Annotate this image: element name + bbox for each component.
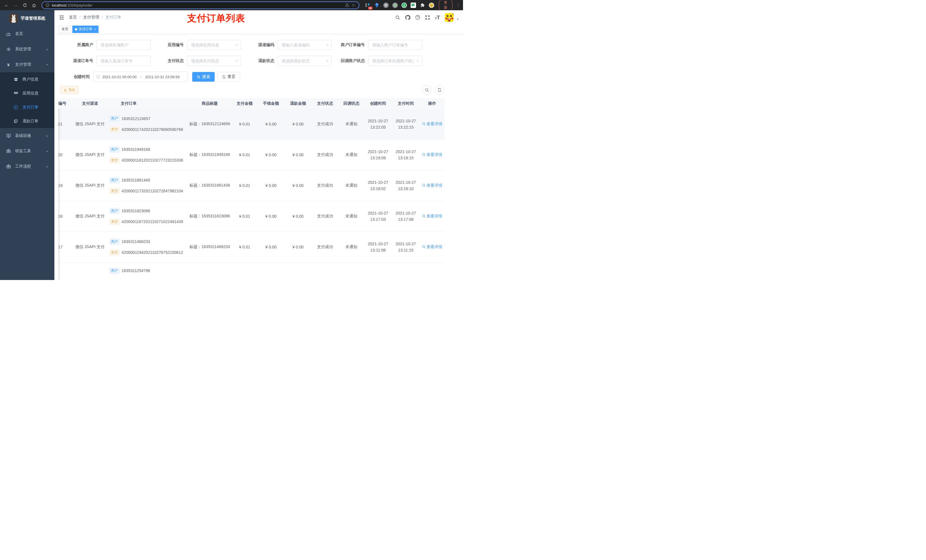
filter-notify-status: 回调商户状态 bbox=[332, 56, 422, 66]
fullscreen-icon[interactable] bbox=[425, 15, 430, 20]
search-button[interactable]: 搜索 bbox=[192, 72, 215, 82]
merchant-order-no-input[interactable] bbox=[368, 40, 422, 50]
table-toolbar: 导出 bbox=[60, 85, 463, 95]
pay-status-select[interactable] bbox=[188, 56, 241, 66]
url-bar[interactable]: localhost:1024/pay/order ☆ bbox=[42, 2, 359, 9]
tag-close-icon[interactable]: × bbox=[94, 27, 96, 31]
sidebar-item-home[interactable]: 首页 bbox=[0, 26, 54, 42]
breadcrumb-payment[interactable]: 支付管理 bbox=[83, 15, 99, 20]
breadcrumb-home[interactable]: 首页 bbox=[69, 15, 77, 20]
extension-y-icon[interactable]: y bbox=[401, 3, 407, 8]
site-info-icon[interactable] bbox=[45, 3, 50, 7]
sidebar-item-label: 商户信息 bbox=[23, 77, 38, 82]
app-logo[interactable]: 芋道管理系统 bbox=[0, 10, 54, 26]
date-range-picker[interactable]: 2021-10-01 00:00:00 - 2021-10-31 23:59:5… bbox=[93, 72, 188, 82]
sidebar-item-infra[interactable]: 基础设施 bbox=[0, 128, 54, 143]
table-row: 19 微信 JSAPI 支付 商户1635311881440 支付4200001… bbox=[58, 170, 445, 201]
merchant-no-tag: 商户 bbox=[109, 239, 120, 245]
sidebar-item-label: 系统管理 bbox=[15, 47, 31, 52]
browser-reload-button[interactable] bbox=[21, 2, 29, 9]
clock-icon bbox=[96, 75, 100, 79]
extension-emoji-icon[interactable] bbox=[429, 3, 434, 8]
merchant-select[interactable] bbox=[97, 40, 150, 50]
breadcrumb: 首页 / 支付管理 / 支付订单 bbox=[69, 15, 121, 20]
sidebar-item-pay-order[interactable]: ¥ 支付订单 bbox=[0, 100, 54, 114]
refund-status-select[interactable] bbox=[278, 56, 331, 66]
pay-status: 支付成功 bbox=[312, 170, 339, 201]
bookmark-star-icon[interactable]: ☆ bbox=[351, 3, 355, 8]
table-row: 20 微信 JSAPI 支付 商户1635311949168 支付4200001… bbox=[58, 139, 445, 170]
share-icon[interactable] bbox=[345, 3, 349, 7]
view-detail-link[interactable]: 查看详情 bbox=[422, 245, 442, 249]
chevron-down-icon bbox=[45, 150, 49, 153]
browser-home-button[interactable] bbox=[30, 2, 38, 9]
tag-pay-order[interactable]: 支付订单 × bbox=[72, 26, 98, 33]
sidebar-item-refund-order[interactable]: 退款订单 bbox=[0, 114, 54, 128]
toggle-search-button[interactable] bbox=[422, 85, 432, 95]
sidebar-item-merchant-info[interactable]: 商户信息 bbox=[0, 72, 54, 86]
breadcrumb-current: 支付订单 bbox=[105, 15, 121, 20]
merchant-no-tag: 商户 bbox=[109, 268, 120, 274]
chevron-up-icon bbox=[45, 63, 49, 66]
user-avatar[interactable] bbox=[445, 13, 454, 22]
help-icon[interactable] bbox=[415, 15, 420, 20]
chevron-down-icon bbox=[416, 59, 419, 63]
header-search-icon[interactable] bbox=[395, 15, 400, 20]
filter-label: 所属商户 bbox=[60, 42, 97, 48]
refund-doc-icon bbox=[14, 119, 18, 123]
channel-order-no-input[interactable] bbox=[97, 56, 150, 66]
notify-status: 未通知 bbox=[339, 201, 364, 232]
pay-no-tag: 支付 bbox=[109, 157, 120, 163]
extension-command-icon[interactable]: ⌘ bbox=[383, 3, 389, 8]
sidebar-collapse-icon[interactable] bbox=[59, 15, 64, 20]
notify-status-select[interactable] bbox=[368, 56, 422, 66]
extension-chat-icon[interactable] bbox=[411, 3, 416, 8]
sidebar-item-app-info[interactable]: 应用信息 bbox=[0, 86, 54, 100]
shop-icon bbox=[14, 77, 18, 82]
export-button[interactable]: 导出 bbox=[60, 86, 79, 94]
sidebar-item-system[interactable]: 系统管理 bbox=[0, 42, 54, 57]
sidebar-item-dev-tools[interactable]: 研发工具 bbox=[0, 143, 54, 159]
page-title-annotation: 支付订单列表 bbox=[187, 12, 245, 25]
extension-gem-icon[interactable] bbox=[374, 3, 380, 8]
avatar-caret-icon[interactable]: ▾ bbox=[457, 17, 458, 21]
monitor-icon bbox=[6, 133, 11, 138]
tag-home[interactable]: 首页 bbox=[59, 26, 71, 33]
view-detail-link[interactable]: 查看详情 bbox=[422, 152, 442, 157]
app-select[interactable] bbox=[188, 40, 241, 50]
url-text: localhost:1024/pay/order bbox=[52, 3, 92, 8]
app-title: 芋道管理系统 bbox=[21, 16, 45, 21]
grid-icon bbox=[14, 91, 18, 96]
extension-devtools-icon[interactable]: 10 bbox=[365, 3, 371, 8]
search-icon bbox=[425, 88, 429, 92]
sidebar-item-label: 基础设施 bbox=[15, 133, 31, 138]
reset-button[interactable]: 重置 bbox=[218, 72, 240, 82]
refresh-table-button[interactable] bbox=[434, 85, 444, 95]
extension-badge: 10 bbox=[368, 6, 372, 10]
notify-status: 未通知 bbox=[339, 232, 364, 263]
pay-status: 支付成功 bbox=[312, 201, 339, 232]
browser-forward-button[interactable]: → bbox=[12, 2, 20, 9]
sidebar-item-workflow[interactable]: 工作流程 bbox=[0, 159, 54, 174]
extension-puzzle-icon[interactable] bbox=[420, 3, 425, 8]
font-size-icon[interactable]: TT bbox=[435, 15, 440, 20]
sidebar-item-payment[interactable]: ¥ 支付管理 bbox=[0, 57, 54, 72]
table-header-row: 编号 支付渠道 支付订单 商品标题 支付金额 手续金额 退款金额 支付状态 回调… bbox=[58, 98, 445, 109]
view-detail-link[interactable]: 查看详情 bbox=[422, 214, 442, 219]
github-icon[interactable] bbox=[405, 15, 410, 20]
view-detail-link[interactable]: 查看详情 bbox=[422, 122, 442, 127]
browser-menu-icon[interactable]: ⋮ bbox=[456, 3, 460, 8]
notify-status: 未通知 bbox=[339, 139, 364, 170]
channel-code-select[interactable] bbox=[278, 40, 331, 50]
browser-back-button[interactable]: ← bbox=[3, 2, 10, 9]
notify-status: 未通知 bbox=[339, 170, 364, 201]
view-detail-link[interactable]: 查看详情 bbox=[422, 183, 442, 188]
toolbox-icon bbox=[6, 149, 11, 153]
tags-view-bar: 首页 支付订单 × bbox=[54, 24, 463, 34]
col-refund: 退款金额 bbox=[284, 98, 312, 109]
search-icon bbox=[422, 184, 426, 187]
extension-dot-icon[interactable] bbox=[392, 3, 398, 8]
browser-update-button[interactable]: 更新 bbox=[439, 0, 452, 11]
filter-channel-code: 渠道编码 bbox=[241, 40, 332, 50]
table-row: 17 微信 JSAPI 支付 商户1635311468233 支付4200001… bbox=[58, 232, 445, 263]
